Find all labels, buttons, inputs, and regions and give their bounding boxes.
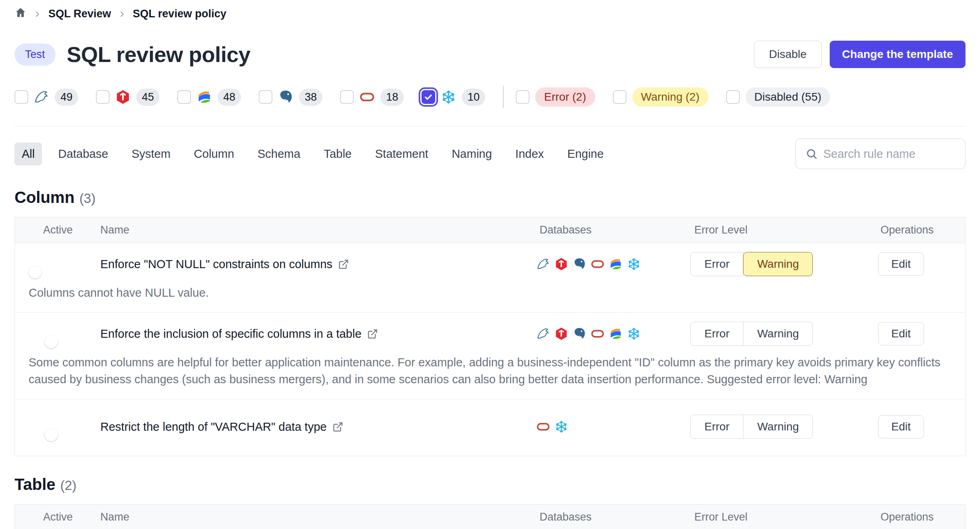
snowflake-icon — [627, 327, 641, 341]
snowflake-count-badge: 10 — [462, 89, 485, 106]
error-option-button[interactable]: Error — [690, 252, 743, 276]
section-count: (3) — [79, 191, 96, 206]
tab-all[interactable]: All — [15, 143, 42, 165]
tab-schema[interactable]: Schema — [250, 143, 307, 165]
snowflake-icon — [554, 420, 568, 434]
engine-filter-mysql: 49 — [15, 89, 78, 106]
oceanbase-icon — [609, 327, 623, 341]
page-header: Test SQL review policy Disable Change th… — [15, 41, 965, 68]
error-option-button[interactable]: Error — [690, 322, 743, 346]
external-link-icon[interactable] — [332, 422, 343, 432]
table-header: Active Name Databases Error Level Operat… — [15, 504, 965, 529]
level-filter-error: Error (2) — [516, 87, 595, 107]
breadcrumb-sql-review[interactable]: SQL Review — [48, 8, 111, 20]
rule-name: Restrict the length of "VARCHAR" data ty… — [100, 420, 327, 434]
tab-column[interactable]: Column — [187, 143, 241, 165]
tab-index[interactable]: Index — [508, 143, 551, 165]
databases-cell — [536, 327, 690, 341]
column-header-error-level: Error Level — [690, 511, 811, 523]
tab-table[interactable]: Table — [316, 143, 359, 165]
oracle-checkbox[interactable] — [340, 90, 354, 104]
oracle-icon — [359, 89, 375, 105]
error-level-checkbox[interactable] — [516, 90, 529, 104]
external-link-icon[interactable] — [338, 259, 349, 270]
environment-badge[interactable]: Test — [15, 43, 56, 66]
snowflake-icon — [627, 257, 641, 271]
warning-option-button[interactable]: Warning — [743, 415, 813, 439]
section-count: (2) — [60, 478, 77, 493]
search-icon — [806, 148, 818, 160]
engine-filter-oracle: 18 — [340, 89, 404, 106]
table-row: Enforce "NOT NULL" constraints on column… — [15, 243, 965, 313]
error-count-pill: Error (2) — [535, 87, 595, 107]
rule-description: Columns cannot have NULL value. — [15, 277, 965, 303]
databases-cell — [536, 257, 690, 271]
oracle-icon — [591, 327, 604, 341]
oracle-icon — [536, 420, 550, 434]
chevron-right-icon — [33, 10, 42, 19]
tab-statement[interactable]: Statement — [368, 143, 436, 165]
tab-naming[interactable]: Naming — [444, 143, 499, 165]
edit-button[interactable]: Edit — [878, 322, 924, 345]
mysql-checkbox[interactable] — [15, 90, 28, 104]
section-title: Column — [15, 188, 75, 207]
rule-name: Enforce "NOT NULL" constraints on column… — [100, 258, 332, 271]
postgres-checkbox[interactable] — [259, 90, 272, 104]
tab-database[interactable]: Database — [51, 143, 115, 165]
column-header-name: Name — [100, 511, 536, 523]
search-box — [795, 138, 965, 169]
home-icon[interactable] — [15, 6, 27, 21]
disabled-level-checkbox[interactable] — [726, 90, 740, 104]
mysql-icon — [34, 89, 49, 105]
tidb-icon — [554, 327, 568, 341]
tidb-checkbox[interactable] — [96, 90, 110, 104]
change-template-button[interactable]: Change the template — [830, 41, 965, 68]
chevron-right-icon — [118, 10, 127, 19]
warning-option-button[interactable]: Warning — [743, 252, 813, 276]
warning-count-pill: Warning (2) — [632, 87, 708, 107]
snowflake-checkbox[interactable] — [421, 90, 435, 104]
column-header-operations: Operations — [811, 511, 965, 523]
disable-button[interactable]: Disable — [754, 41, 821, 68]
engine-filter-tidb: 45 — [96, 89, 160, 106]
column-header-active: Active — [15, 224, 100, 236]
engine-filter-snowflake: 10 — [421, 89, 485, 106]
tab-engine[interactable]: Engine — [560, 143, 611, 165]
edit-button[interactable]: Edit — [878, 252, 924, 276]
tab-system[interactable]: System — [124, 143, 178, 165]
postgres-count-badge: 38 — [299, 89, 322, 106]
error-option-button[interactable]: Error — [690, 415, 743, 439]
oracle-icon — [591, 257, 604, 271]
search-input[interactable] — [823, 147, 965, 161]
error-level-switch: Error Warning — [690, 415, 813, 439]
level-filter-warning: Warning (2) — [613, 87, 708, 107]
level-filter-disabled: Disabled (55) — [726, 87, 831, 107]
databases-cell — [536, 420, 690, 434]
mysql-icon — [536, 327, 550, 341]
rule-table-column: Active Name Databases Error Level Operat… — [15, 217, 965, 456]
section-title: Table — [15, 475, 56, 494]
warning-option-button[interactable]: Warning — [743, 322, 813, 346]
external-link-icon[interactable] — [367, 329, 378, 339]
rule-description: Some common columns are helpful for bett… — [15, 347, 965, 389]
mysql-count-badge: 49 — [55, 89, 78, 106]
postgres-icon — [573, 327, 586, 341]
oceanbase-icon — [197, 89, 212, 105]
oceanbase-checkbox[interactable] — [177, 90, 191, 104]
oracle-count-badge: 18 — [380, 89, 404, 106]
column-header-operations: Operations — [811, 224, 965, 236]
section-divider — [15, 126, 965, 126]
page-title: SQL review policy — [67, 42, 251, 67]
error-level-switch: Error Warning — [690, 322, 813, 346]
edit-button[interactable]: Edit — [878, 415, 924, 438]
error-level-switch: Error Warning — [690, 252, 813, 276]
category-tabs: All Database System Column Schema Table … — [15, 138, 965, 169]
breadcrumb: SQL Review SQL review policy — [15, 0, 965, 21]
section-heading-column: Column (3) — [15, 188, 965, 207]
postgres-icon — [573, 257, 586, 271]
warning-level-checkbox[interactable] — [613, 90, 627, 104]
engine-filter-postgres: 38 — [259, 89, 322, 106]
disabled-count-pill: Disabled (55) — [745, 87, 831, 107]
rule-table-table: Active Name Databases Error Level Operat… — [15, 504, 965, 529]
snowflake-icon — [441, 89, 456, 105]
